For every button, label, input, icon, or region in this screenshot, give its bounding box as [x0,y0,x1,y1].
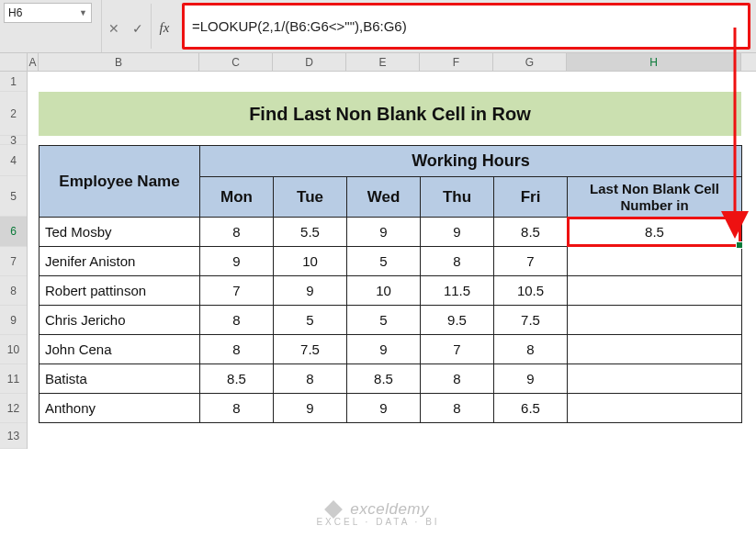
col-header-E[interactable]: E [346,53,420,71]
employee-name-cell[interactable]: John Cena [39,335,200,364]
value-cell[interactable]: 10 [274,247,347,276]
col-header-G[interactable]: G [493,53,567,71]
working-hours-header: Working Hours [200,146,742,177]
formula-buttons: ✕ ✓ fx [101,0,176,52]
value-cell[interactable]: 8 [200,394,274,423]
employee-name-cell[interactable]: Robert pattinson [39,276,200,306]
row-header-6[interactable]: 6 [0,217,27,247]
last-nonblank-cell[interactable] [568,364,742,394]
value-cell[interactable]: 8.5 [494,218,568,247]
last-nonblank-cell[interactable] [568,247,742,276]
value-cell[interactable]: 5.5 [274,218,347,247]
value-cell[interactable]: 7 [494,247,568,276]
top-bar: H6 ▼ ✕ ✓ fx =LOOKUP(2,1/(B6:G6<>""),B6:G… [0,0,756,53]
value-cell[interactable]: 7 [421,335,494,364]
chevron-down-icon[interactable]: ▼ [79,8,87,17]
row-header-4[interactable]: 4 [0,145,27,176]
last-nonblank-header: Last Non Blank Cell Number in [568,177,742,218]
col-header-C[interactable]: C [199,53,273,71]
row-header-9[interactable]: 9 [0,306,27,335]
table-row: Ted Mosby85.5998.58.5 [39,218,742,247]
col-header-D[interactable]: D [273,53,346,71]
value-cell[interactable]: 5 [347,306,421,335]
value-cell[interactable]: 10.5 [494,276,568,306]
row-header-11[interactable]: 11 [0,364,27,394]
select-all-corner[interactable] [0,53,28,71]
employee-name-cell[interactable]: Batista [39,364,200,394]
value-cell[interactable]: 8 [421,394,494,423]
value-cell[interactable]: 5 [274,306,347,335]
day-header-thu: Thu [421,177,494,218]
day-header-fri: Fri [494,177,568,218]
row-header-7[interactable]: 7 [0,247,27,276]
value-cell[interactable]: 9 [494,364,568,394]
value-cell[interactable]: 9 [421,218,494,247]
value-cell[interactable]: 10 [347,276,421,306]
row-header-8[interactable]: 8 [0,276,27,306]
cancel-formula-button[interactable]: ✕ [102,0,126,52]
value-cell[interactable]: 5 [347,247,421,276]
value-cell[interactable]: 8 [494,335,568,364]
table-row: Jenifer Aniston910587 [39,247,742,276]
row-header-12[interactable]: 12 [0,394,27,423]
last-nonblank-cell[interactable] [568,335,742,364]
fx-icon[interactable]: fx [152,0,176,52]
value-cell[interactable]: 9.5 [421,306,494,335]
employee-name-cell[interactable]: Chris Jericho [39,306,200,335]
value-cell[interactable]: 8 [200,218,274,247]
value-cell[interactable]: 8 [274,364,347,394]
name-box[interactable]: H6 ▼ [4,3,92,23]
last-nonblank-cell[interactable] [568,394,742,423]
employee-name-cell[interactable]: Jenifer Aniston [39,247,200,276]
col-header-F[interactable]: F [420,53,493,71]
table-row: Batista8.588.589 [39,364,742,394]
row-header-2[interactable]: 2 [0,92,27,136]
value-cell[interactable]: 8 [200,306,274,335]
value-cell[interactable]: 8 [421,364,494,394]
employee-name-cell[interactable]: Ted Mosby [39,218,200,247]
col-header-H[interactable]: H [567,53,741,71]
table-row: Anthony89986.5 [39,394,742,423]
value-cell[interactable]: 7 [200,276,274,306]
value-cell[interactable]: 8 [421,247,494,276]
table-row: John Cena87.5978 [39,335,742,364]
row-header-13[interactable]: 13 [0,423,27,449]
value-cell[interactable]: 6.5 [494,394,568,423]
day-header-wed: Wed [347,177,421,218]
watermark-brand: exceldemy [350,500,429,518]
last-nonblank-cell[interactable]: 8.5 [568,218,742,247]
col-header-A[interactable]: A [28,53,39,71]
last-nonblank-cell[interactable] [568,276,742,306]
day-header-mon: Mon [200,177,274,218]
table-row: Chris Jericho8559.57.5 [39,306,742,335]
value-cell[interactable]: 11.5 [421,276,494,306]
value-cell[interactable]: 9 [274,394,347,423]
watermark: exceldemy EXCEL · DATA · BI [0,500,756,527]
col-header-B[interactable]: B [39,53,199,71]
divider [151,4,152,49]
last-nonblank-cell[interactable] [568,306,742,335]
table-row: Robert pattinson791011.510.5 [39,276,742,306]
page-title: Find Last Non Blank Cell in Row [39,92,741,136]
name-box-wrap: H6 ▼ [0,0,101,52]
name-box-value: H6 [8,6,22,19]
value-cell[interactable]: 9 [347,394,421,423]
cell-grid[interactable]: Find Last Non Blank Cell in Row Employee… [28,72,756,449]
row-header-1[interactable]: 1 [0,72,27,92]
logo-icon [324,500,343,519]
value-cell[interactable]: 8.5 [200,364,274,394]
value-cell[interactable]: 9 [347,335,421,364]
enter-formula-button[interactable]: ✓ [126,0,150,52]
value-cell[interactable]: 9 [274,276,347,306]
value-cell[interactable]: 9 [347,218,421,247]
value-cell[interactable]: 9 [200,247,274,276]
row-header-5[interactable]: 5 [0,176,27,217]
row-header-10[interactable]: 10 [0,335,27,364]
row-header-3[interactable]: 3 [0,136,27,145]
value-cell[interactable]: 7.5 [274,335,347,364]
value-cell[interactable]: 8 [200,335,274,364]
value-cell[interactable]: 7.5 [494,306,568,335]
value-cell[interactable]: 8.5 [347,364,421,394]
employee-name-cell[interactable]: Anthony [39,394,200,423]
formula-bar[interactable]: =LOOKUP(2,1/(B6:G6<>""),B6:G6) [182,3,750,50]
